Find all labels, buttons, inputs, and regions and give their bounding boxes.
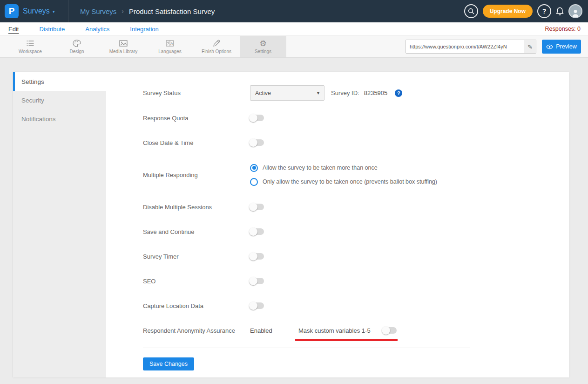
seo-toggle[interactable] xyxy=(250,278,264,284)
setting-row-multiple-responding: Multiple Responding Allow the survey to … xyxy=(143,160,555,190)
toggle-knob xyxy=(249,114,257,122)
toggle-knob xyxy=(249,277,257,285)
edit-url-button[interactable]: ✎ xyxy=(524,40,536,53)
sidebar-item-label: Settings xyxy=(21,78,44,85)
survey-timer-label: Survey Timer xyxy=(143,253,250,260)
product-label: Surveys xyxy=(23,7,50,15)
save-and-continue-toggle[interactable] xyxy=(250,228,264,235)
edit-toolbar: Workspace Design Media Library A Languag… xyxy=(0,35,588,58)
annotation-underline xyxy=(295,339,398,341)
radio-option-label: Only allow the survey to be taken once (… xyxy=(263,178,437,185)
topbar: P Surveys ▾ My Surveys › Product Satisfa… xyxy=(0,0,588,22)
survey-id-value: 8235905 xyxy=(364,89,388,96)
survey-timer-toggle[interactable] xyxy=(250,253,264,260)
upgrade-now-button[interactable]: Upgrade Now xyxy=(483,5,533,18)
disable-multiple-sessions-toggle[interactable] xyxy=(250,204,264,210)
search-icon xyxy=(468,8,474,14)
setting-row-survey-status: Survey Status Active ▾ Survey ID: 823590… xyxy=(143,85,555,101)
toggle-knob xyxy=(249,203,257,211)
toolbar-item-design[interactable]: Design xyxy=(54,36,100,57)
form-divider xyxy=(143,348,470,348)
responses-count: Responses: 0 xyxy=(545,26,581,32)
sidebar-item-security[interactable]: Security xyxy=(13,91,106,110)
help-icon[interactable]: ? xyxy=(395,89,402,97)
tab-distribute[interactable]: Distribute xyxy=(39,26,65,33)
toolbar-item-label: Languages xyxy=(158,49,182,54)
tab-analytics[interactable]: Analytics xyxy=(85,26,109,33)
mask-custom-variables-label: Mask custom variables 1-5 xyxy=(298,327,371,334)
setting-row-disable-multiple-sessions: Disable Multiple Sessions xyxy=(143,199,555,214)
toggle-knob xyxy=(249,227,257,236)
respondent-anonymity-status: Enabled xyxy=(250,327,298,334)
save-and-continue-label: Save and Continue xyxy=(143,228,250,235)
breadcrumb-current-page: Product Satisfaction Survey xyxy=(129,7,215,15)
toolbar-item-settings[interactable]: ⚙ Settings xyxy=(240,36,286,57)
toggle-knob xyxy=(249,252,257,261)
user-icon xyxy=(571,8,580,17)
settings-icon: ⚙ xyxy=(259,39,266,48)
survey-id-label: Survey ID: xyxy=(331,89,359,96)
toolbar-item-label: Settings xyxy=(255,49,271,54)
setting-row-survey-timer: Survey Timer xyxy=(143,249,555,264)
tab-integration[interactable]: Integration xyxy=(130,26,158,33)
response-quota-toggle[interactable] xyxy=(250,115,264,121)
radio-option-only-once[interactable]: Only allow the survey to be taken once (… xyxy=(250,178,437,186)
avatar[interactable] xyxy=(568,4,582,18)
survey-status-label: Survey Status xyxy=(143,89,250,96)
workspace-icon xyxy=(26,39,34,48)
sidebar-item-notifications[interactable]: Notifications xyxy=(13,110,106,128)
help-button[interactable]: ? xyxy=(537,4,551,18)
chevron-down-icon: ▾ xyxy=(53,9,55,14)
capture-location-toggle[interactable] xyxy=(250,302,264,309)
design-icon xyxy=(73,39,81,48)
toolbar-right: ✎ Preview xyxy=(406,40,581,54)
survey-url-input[interactable] xyxy=(406,40,524,53)
brand: P Surveys ▾ xyxy=(0,0,69,22)
toggle-knob xyxy=(249,138,257,147)
capture-location-label: Capture Location Data xyxy=(143,302,250,309)
setting-row-capture-location: Capture Location Data xyxy=(143,298,555,313)
survey-status-dropdown[interactable]: Active ▾ xyxy=(250,85,324,101)
radio-selected-icon[interactable] xyxy=(250,164,258,172)
mask-custom-variables-toggle[interactable] xyxy=(383,327,397,334)
save-changes-button[interactable]: Save Changes xyxy=(143,357,194,370)
settings-card: Settings Security Notifications Survey S… xyxy=(13,72,569,377)
search-button[interactable] xyxy=(464,4,478,18)
response-quota-label: Response Quota xyxy=(143,115,250,122)
survey-nav-tabs: Edit Distribute Analytics Integration Re… xyxy=(0,22,588,35)
topbar-actions: Upgrade Now ? xyxy=(464,0,582,22)
settings-sidebar: Settings Security Notifications xyxy=(13,72,106,377)
toggle-knob xyxy=(382,326,390,335)
close-date-toggle[interactable] xyxy=(250,139,264,146)
survey-url-box: ✎ xyxy=(406,40,536,54)
breadcrumb-my-surveys[interactable]: My Surveys xyxy=(80,7,116,15)
toolbar-items: Workspace Design Media Library A Languag… xyxy=(0,36,286,57)
setting-row-save-and-continue: Save and Continue xyxy=(143,224,555,239)
bell-icon xyxy=(556,7,564,16)
preview-button[interactable]: Preview xyxy=(542,40,581,54)
sidebar-item-settings[interactable]: Settings xyxy=(13,72,106,91)
multiple-responding-options: Allow the survey to be taken more than o… xyxy=(250,164,437,186)
question-mark-icon: ? xyxy=(542,7,547,15)
toolbar-item-languages[interactable]: A Languages xyxy=(147,36,193,57)
tab-edit[interactable]: Edit xyxy=(8,26,19,33)
settings-form: Survey Status Active ▾ Survey ID: 823590… xyxy=(106,72,569,377)
breadcrumb-separator-icon: › xyxy=(122,7,124,15)
toolbar-item-label: Workspace xyxy=(19,49,42,54)
toolbar-item-label: Design xyxy=(69,49,84,54)
svg-text:A: A xyxy=(170,41,173,46)
disable-multiple-sessions-label: Disable Multiple Sessions xyxy=(143,204,250,211)
radio-unselected-icon[interactable] xyxy=(250,178,258,186)
notifications-button[interactable] xyxy=(556,7,564,16)
breadcrumb: My Surveys › Product Satisfaction Survey xyxy=(80,7,215,15)
toolbar-item-workspace[interactable]: Workspace xyxy=(7,36,54,57)
mask-custom-variables-group: Mask custom variables 1-5 xyxy=(298,327,397,334)
toolbar-item-media-library[interactable]: Media Library xyxy=(100,36,147,57)
preview-label: Preview xyxy=(556,43,576,50)
product-switcher[interactable]: Surveys ▾ xyxy=(23,7,55,15)
close-date-label: Close Date & Time xyxy=(143,139,250,146)
radio-option-label: Allow the survey to be taken more than o… xyxy=(263,165,378,171)
radio-option-allow-multiple[interactable]: Allow the survey to be taken more than o… xyxy=(250,164,437,172)
toolbar-item-finish-options[interactable]: Finish Options xyxy=(193,36,240,57)
questionpro-logo[interactable]: P xyxy=(5,4,19,18)
